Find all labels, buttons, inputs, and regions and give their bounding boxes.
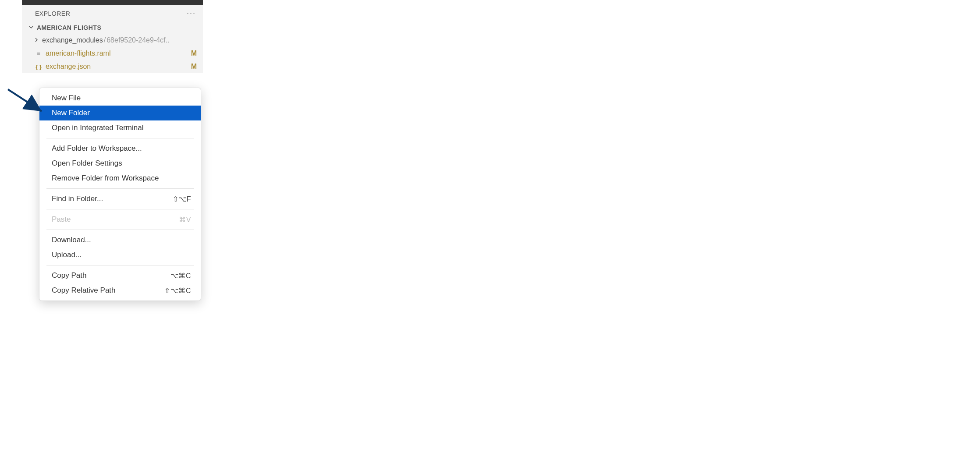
menu-item-shortcut: ⌘V <box>179 216 191 224</box>
menu-item-download[interactable]: Download... <box>39 233 201 248</box>
menu-item-label: Remove Folder from Workspace <box>52 174 159 183</box>
chevron-right-icon <box>33 36 39 44</box>
menu-item-label: Download... <box>52 236 91 244</box>
menu-item-new-file[interactable]: New File <box>39 91 201 106</box>
menu-item-new-folder[interactable]: New Folder <box>39 106 201 120</box>
svg-line-0 <box>8 89 42 111</box>
more-actions-icon[interactable]: ··· <box>187 9 198 18</box>
path-separator: / <box>104 36 106 44</box>
explorer-sidebar: EXPLORER ··· AMERICAN FLIGHTS exchange_m… <box>22 0 203 73</box>
file-row[interactable]: { } exchange.json M <box>22 60 203 73</box>
menu-item-remove-folder-workspace[interactable]: Remove Folder from Workspace <box>39 171 201 186</box>
menu-item-label: Copy Relative Path <box>52 286 116 295</box>
menu-item-shortcut: ⇧⌥⌘C <box>164 287 191 295</box>
menu-item-copy-path[interactable]: Copy Path ⌥⌘C <box>39 268 201 283</box>
file-status-badge: M <box>191 50 197 57</box>
file-name: american-flights.raml <box>46 50 110 57</box>
file-status-badge: M <box>191 63 197 71</box>
menu-item-label: New File <box>52 94 81 103</box>
menu-divider <box>46 265 194 265</box>
menu-item-label: New Folder <box>52 109 90 117</box>
menu-item-add-folder-workspace[interactable]: Add Folder to Workspace... <box>39 141 201 156</box>
title-bar <box>22 0 203 5</box>
folder-name: exchange_modules <box>42 36 103 44</box>
explorer-title: EXPLORER <box>35 10 70 17</box>
menu-item-open-folder-settings[interactable]: Open Folder Settings <box>39 156 201 171</box>
file-lines-icon: ≡ <box>35 50 42 57</box>
file-row[interactable]: ≡ american-flights.raml M <box>22 47 203 60</box>
file-braces-icon: { } <box>35 63 42 70</box>
menu-item-find-in-folder[interactable]: Find in Folder... ⇧⌥F <box>39 191 201 206</box>
chevron-down-icon <box>28 24 34 31</box>
file-name: exchange.json <box>46 63 91 71</box>
menu-item-label: Find in Folder... <box>52 195 103 203</box>
project-name: AMERICAN FLIGHTS <box>37 24 101 31</box>
menu-divider <box>46 209 194 209</box>
menu-item-label: Open Folder Settings <box>52 159 122 168</box>
folder-row[interactable]: exchange_modules/68ef9520-24e9-4cf.. <box>22 34 203 47</box>
menu-divider <box>46 138 194 138</box>
menu-item-label: Paste <box>52 215 71 224</box>
menu-item-label: Copy Path <box>52 271 86 280</box>
menu-item-paste: Paste ⌘V <box>39 212 201 227</box>
menu-item-copy-relative-path[interactable]: Copy Relative Path ⇧⌥⌘C <box>39 283 201 298</box>
menu-item-upload[interactable]: Upload... <box>39 248 201 262</box>
menu-item-label: Upload... <box>52 251 82 259</box>
menu-item-label: Add Folder to Workspace... <box>52 144 142 153</box>
menu-item-open-terminal[interactable]: Open in Integrated Terminal <box>39 120 201 135</box>
context-menu: New File New Folder Open in Integrated T… <box>39 88 201 301</box>
menu-divider <box>46 230 194 230</box>
menu-item-shortcut: ⇧⌥F <box>173 195 191 203</box>
project-header[interactable]: AMERICAN FLIGHTS <box>22 21 203 34</box>
folder-hash: 68ef9520-24e9-4cf.. <box>107 36 169 44</box>
explorer-header: EXPLORER ··· <box>22 5 203 21</box>
menu-divider <box>46 188 194 189</box>
menu-item-label: Open in Integrated Terminal <box>52 124 143 132</box>
menu-item-shortcut: ⌥⌘C <box>170 272 191 280</box>
